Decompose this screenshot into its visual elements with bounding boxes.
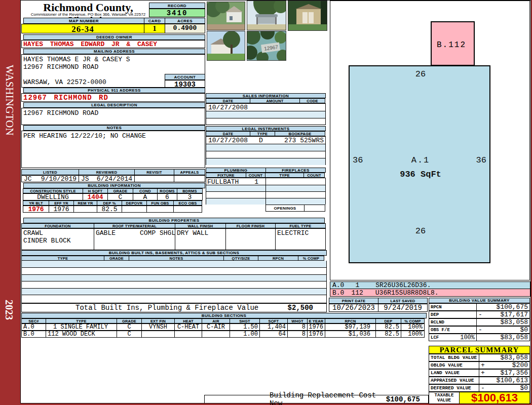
cond-value: A <box>133 193 158 200</box>
fixture-count-header: COUNT <box>246 173 265 178</box>
dep-header: DEP <box>375 318 401 323</box>
building-info-header-row-1: CONSTRUCTION STYLE H SQFT GRADE COND ROO… <box>23 188 203 193</box>
yrblt-header: YR BLT <box>23 200 49 206</box>
photo-house-yard-image <box>207 31 245 61</box>
listed-value: JC 9/10/2019 <box>21 175 79 182</box>
plumbing-row-1: FULLBATH 1 <box>206 178 265 185</box>
li-row-2 <box>206 144 325 151</box>
ps-row-obldg: OBLDG VALUE + $200 <box>429 361 530 369</box>
bvs-dep-value: $17,617 <box>500 311 528 318</box>
sales-header-row: DATE AMOUNT CODE <box>206 98 325 103</box>
dep-pct-header: DEP % <box>97 200 122 206</box>
ps-row-appraised: APPRAISED VALUE $100,613 <box>429 377 530 384</box>
card-header: CARD <box>144 18 165 24</box>
ecoobs-value <box>173 206 202 213</box>
air-header: AIR <box>202 318 230 323</box>
photo-address-sign[interactable]: 12967 <box>247 31 286 61</box>
plumbing-count-value: 1 <box>254 178 265 185</box>
map-number-header: MAP NUMBER <box>23 18 144 24</box>
fuel-type-header: FUEL TYPE <box>275 223 326 228</box>
legend-a-num: 1 <box>355 281 359 289</box>
bvs-dep-label: DEP <box>429 311 477 318</box>
builtins-grade-header: GRADE <box>104 256 129 261</box>
print-date-header: PRINT DATE <box>329 298 378 304</box>
legal-instruments-header-row: DATE TYPE BOOKPAGE <box>206 131 325 136</box>
remyr-header: REM YR <box>73 200 97 206</box>
built-ins-total-row: Total Built Ins, Plumbing & Fireplace Va… <box>21 303 327 312</box>
photo-house-yard[interactable] <box>207 31 245 61</box>
sketch-section-b: B.112 <box>431 21 475 66</box>
built-ins-total-value: $2,500 <box>265 304 313 312</box>
mailing-line-1: HAYES THOMAS E JR & CASEY S <box>23 56 130 63</box>
yrblt-value: 1976 <box>23 206 49 213</box>
photo-shed-image <box>288 1 327 31</box>
ps-obldg-cell: + $200 <box>479 361 530 369</box>
sec-header: SEC# <box>21 318 46 323</box>
built-ins-total-label: Total Built Ins, Plumbing & Fireplace Va… <box>75 304 258 312</box>
builtins-rpcn-header: RPCN <box>258 256 298 261</box>
li-row-1-bookpage: 273 525WRS <box>271 137 325 144</box>
map-number-value: 26-34 <box>21 24 144 33</box>
ps-deferred-label: DEFERRED VALUE <box>429 384 479 392</box>
revisit-header: REVISIT <box>134 169 174 175</box>
property-record-card: Richmond County, Virginia Commissioner o… <box>20 0 531 403</box>
notes-value: PER HEARING 12/22/10; NO CHANGE <box>23 132 146 140</box>
photo-house-front[interactable] <box>207 2 245 30</box>
replacement-cost-label: Building Replacement Cost New <box>270 391 386 405</box>
fireplace-count-header: COUNT <box>303 173 325 178</box>
rpcn-a: $97,139 <box>325 323 376 331</box>
funobs-header: FUN OBS <box>146 200 174 206</box>
ps-row-totalbldg: TOTAL BLDG VALUE $83,058 <box>429 354 530 361</box>
bvs-lcf-label-cell: LCF 100% <box>429 334 477 341</box>
sketch-section-a: 26 36 A.1 36 936 SqFt 26 <box>349 65 490 263</box>
dep-a: 82.5 <box>375 323 401 331</box>
bvs-obs-sign: - <box>478 326 482 334</box>
rpcn-b: $1,036 <box>325 331 376 338</box>
comp-header: % COMP <box>401 318 425 323</box>
sketch-legend-row-b: B.0 112 U36R15SU8R8D8L8. <box>330 289 530 297</box>
rpcn-header: RPCN <box>325 318 376 323</box>
physical-address-header: PHYSICAL 911 ADDRESS <box>23 88 205 93</box>
photo-shed[interactable] <box>288 1 327 31</box>
built-ins-empty-rows <box>21 261 327 303</box>
county-subtitle: Commissioner of the Revenue, PO Box 366,… <box>25 12 151 17</box>
sales-row-1-date: 10/27/2008 <box>206 104 325 111</box>
bvs-obs-label: OBS F/E <box>429 326 477 334</box>
shgt-header: SHGT <box>230 318 260 323</box>
ps-obldg-value: $200 <box>512 361 528 369</box>
ps-deferred-cell: - $0 <box>479 384 530 392</box>
heat-b <box>174 331 202 338</box>
deeded-owner-value: HAYES THOMAS EDWARD JR & CASEY <box>21 40 205 48</box>
taxable-value-amount: $100,613 <box>459 392 530 404</box>
sqft-a: 1,404 <box>259 323 288 331</box>
bvs-row-obs: OBS F/E - $0 <box>429 326 530 334</box>
bvs-rpcn-label: RPCN <box>429 303 477 311</box>
fireplaces-header: FIREPLACES <box>265 168 326 173</box>
ps-deferred-value: $0 <box>520 384 528 392</box>
record-value: 3410 <box>149 9 205 17</box>
building-properties-value-row: CRAWL CINDER BLOCK GABLE COMP SHGLS DRY … <box>21 228 326 250</box>
sketch-panel: B.112 26 36 A.1 36 936 SqFt 26 <box>330 1 530 280</box>
built-ins-header: BUILDING BUILT INS, BASEMENTS, ATTICS & … <box>21 250 327 256</box>
review-value-row: JC 9/10/2019 JS 6/24/2014 <box>21 175 205 182</box>
rooms-value: 6 <box>157 193 177 200</box>
photo-carport[interactable] <box>247 1 286 30</box>
bvs-dep-cell: - $17,617 <box>476 311 530 318</box>
photo-address-sign-image: 12967 <box>247 31 286 61</box>
foundation-header: FOUNDATION <box>21 223 94 228</box>
type-header: TYPE <box>46 318 117 323</box>
legend-a-sec: A.0 <box>332 281 344 289</box>
fireplace-type-header: TYPE <box>265 173 304 178</box>
sales-date-header: DATE <box>206 98 250 103</box>
print-info-header-row: PRINT DATE LAST SAVED <box>329 298 428 304</box>
ps-deferred-sign: - <box>481 384 485 392</box>
sales-information-header: SALES INFORMATION <box>206 93 326 98</box>
extfin-b <box>141 331 175 338</box>
sketch-section-a-label: A.1 <box>350 155 491 165</box>
li-row-3 <box>206 151 325 158</box>
floor-finish-header: FLOOR FINISH <box>225 223 276 228</box>
mailing-line-2: 12967 RICHMOND ROAD <box>23 63 98 71</box>
hsqft-value: 1404 <box>83 193 108 200</box>
building-properties-header-row: FOUNDATION ROOF TYPE/MATERIAL WALL FINIS… <box>21 223 326 228</box>
review-header-row: LISTED REVIEWED REVISIT APPEALS <box>21 169 205 175</box>
